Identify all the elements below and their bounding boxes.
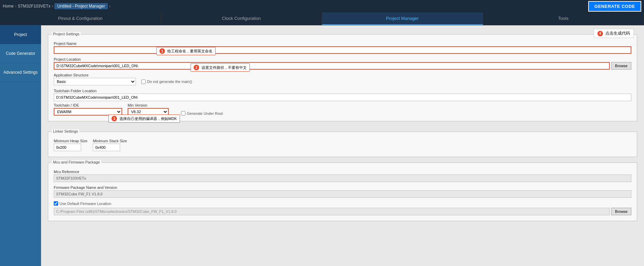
mcu-ref-row: Mcu Reference — [54, 170, 631, 182]
fw-location-row: Browse — [54, 208, 631, 215]
mcu-ref-label: Mcu Reference — [54, 170, 631, 174]
breadcrumb: Home › STM32F103VETx › Untitled - Projec… — [3, 3, 111, 9]
fw-pkg-label: Firmware Package Name and Version — [54, 185, 631, 190]
generate-under-root-col: Generate Under Root — [181, 111, 223, 116]
min-version-label: Min Version — [128, 103, 169, 107]
project-name-label: Project Name — [54, 41, 631, 46]
annotation-num-3: 3 — [112, 116, 117, 121]
app-structure-select[interactable]: Basic Advanced — [54, 78, 136, 85]
project-name-input[interactable] — [54, 46, 631, 54]
breadcrumb-sep3: › — [109, 4, 111, 9]
fw-location-browse-btn[interactable]: Browse — [611, 208, 631, 215]
project-settings-title: Project Settings — [52, 32, 81, 36]
annotation-num-1: 1 — [159, 48, 165, 54]
tab-tools[interactable]: Tools — [483, 12, 644, 25]
annotation-num-4: 4 — [597, 31, 603, 36]
linker-settings-title: Linker Settings — [52, 129, 79, 133]
breadcrumb-mcu[interactable]: STM32F103VETx — [18, 4, 50, 9]
use-default-fw-label: Use Default Firmware Location — [54, 201, 631, 206]
generate-under-root-checkbox[interactable] — [181, 111, 185, 116]
project-location-input[interactable] — [54, 62, 610, 70]
use-default-fw-row: Use Default Firmware Location — [54, 201, 631, 206]
annotation-2-area: 2 设置文件路径，不要有中文 — [191, 64, 204, 71]
project-location-browse-btn[interactable]: Browse — [611, 62, 631, 70]
breadcrumb-home[interactable]: Home — [3, 4, 14, 9]
app-structure-label: Application Structure — [54, 73, 631, 77]
do-not-generate-main-checkbox[interactable] — [141, 80, 146, 84]
annotation-3: 3 选择自己使用的编译器，例如MDK — [108, 114, 180, 123]
fw-location-input — [54, 208, 610, 215]
min-heap-label: Minimum Heap Size — [54, 139, 87, 143]
min-stack-input[interactable] — [93, 144, 120, 151]
project-location-input-group: Browse — [54, 62, 631, 70]
linker-row: Minimum Heap Size Minimum Stack Size — [54, 139, 631, 151]
annotation-2: 2 设置文件路径，不要有中文 — [191, 63, 250, 72]
annotation-1: 1 给工程命名，要用英文命名 — [156, 47, 216, 55]
annotation-3-area: 3 选择自己使用的编译器，例如MDK — [108, 113, 122, 124]
use-default-fw-checkbox[interactable] — [54, 201, 58, 206]
fw-location-input-group: Browse — [54, 208, 631, 215]
tab-pinout[interactable]: Pinout & Configuration — [0, 12, 161, 25]
toolchain-folder-input[interactable] — [54, 94, 631, 101]
annotation-4: 4 点击生成代码 — [594, 29, 634, 38]
min-heap-col: Minimum Heap Size — [54, 139, 87, 151]
project-name-row: Project Name 1 给工程命名，要用英文命名 — [54, 41, 631, 54]
generate-code-button[interactable]: GENERATE CODE — [588, 1, 641, 12]
min-version-col: Min Version V8.32 V8.30 V8.20 — [128, 103, 169, 116]
linker-settings-section: Linker Settings Minimum Heap Size Minimu… — [48, 132, 637, 157]
top-bar: Home › STM32F103VETx › Untitled - Projec… — [0, 0, 644, 12]
app-structure-row: Application Structure Basic Advanced Do … — [54, 73, 631, 85]
content-area: 4 点击生成代码 Project Settings Project Name — [41, 25, 644, 266]
sidebar: Project Code Generator Advanced Settings — [0, 25, 41, 266]
sidebar-item-project[interactable]: Project — [0, 25, 41, 44]
breadcrumb-sep2: › — [52, 4, 53, 9]
project-location-label: Project Location — [54, 57, 631, 61]
mcu-firmware-title: Mcu and Firmware Package — [52, 160, 101, 164]
min-stack-label: Minimum Stack Size — [93, 139, 127, 143]
breadcrumb-sep1: › — [15, 4, 16, 9]
tab-clock[interactable]: Clock Configuration — [161, 12, 322, 25]
sidebar-item-advanced-settings[interactable]: Advanced Settings — [0, 63, 41, 82]
annotation-1-area: 1 给工程命名，要用英文命名 — [156, 48, 170, 55]
tab-bar: Pinout & Configuration Clock Configurati… — [0, 12, 644, 25]
main-layout: Project Code Generator Advanced Settings… — [0, 25, 644, 266]
fw-pkg-row: Firmware Package Name and Version — [54, 185, 631, 198]
project-location-row: Project Location Browse — [54, 57, 631, 70]
do-not-generate-main-label: Do not generate the main() — [141, 80, 192, 84]
toolchain-ide-label: Toolchain / IDE — [54, 103, 122, 107]
toolchain-folder-row: Toolchain Folder Location — [54, 89, 631, 101]
mcu-firmware-section: Mcu and Firmware Package Mcu Reference F… — [48, 162, 637, 221]
annotation-num-2: 2 — [194, 65, 199, 70]
breadcrumb-current[interactable]: Untitled - Project Manager — [54, 3, 107, 9]
min-stack-col: Minimum Stack Size — [93, 139, 127, 151]
generate-under-root-label: Generate Under Root — [181, 111, 223, 116]
toolchain-ide-row: Toolchain / IDE EWARM MDK-ARM V5 MDK-ARM… — [54, 103, 631, 116]
annotation-4-area: 4 点击生成代码 — [594, 29, 634, 38]
sidebar-item-code-generator[interactable]: Code Generator — [0, 44, 41, 63]
toolchain-folder-label: Toolchain Folder Location — [54, 89, 631, 93]
app-structure-controls: Basic Advanced Do not generate the main(… — [54, 78, 631, 85]
mcu-ref-input — [54, 174, 631, 182]
tab-project-manager[interactable]: Project Manager — [322, 12, 483, 25]
min-heap-input[interactable] — [54, 144, 81, 151]
fw-pkg-input — [54, 190, 631, 198]
project-settings-section: Project Settings Project Name — [48, 34, 637, 121]
